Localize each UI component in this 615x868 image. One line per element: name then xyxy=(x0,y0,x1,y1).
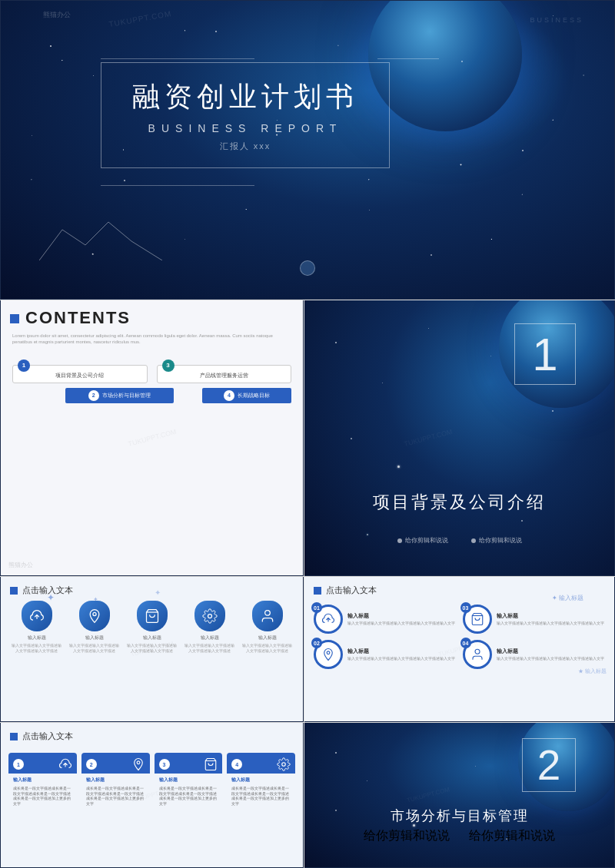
divider-v1 xyxy=(304,300,304,576)
circle-desc-04: 输入文字描述输入文字描述输入文字描述输入文字描述输入文字 xyxy=(497,656,606,661)
bear-logo-hero: 熊猫办公 xyxy=(43,10,71,20)
contents-item-3: 3 产品线管理服务运营 xyxy=(157,365,292,383)
star-deco-r2: ★ 输入标题 xyxy=(578,668,607,675)
dot-circle-decoration xyxy=(300,260,315,276)
tab-gear-icon xyxy=(277,757,291,771)
location-icon-shape xyxy=(79,601,110,631)
item-num-3: 3 xyxy=(162,359,175,372)
circle-shape-03: 03 xyxy=(463,605,492,634)
icon-label-cart: 输入标题 xyxy=(143,634,161,641)
location-icon xyxy=(87,608,102,624)
cloud-upload-icon xyxy=(29,608,45,624)
tab-icon-area-4 xyxy=(245,757,291,771)
num-badge-2: 2 xyxy=(88,390,99,401)
contents-item-4: 4 长期战略目标 xyxy=(202,388,291,403)
hero-title-chinese: 融资创业计划书 xyxy=(132,78,358,116)
slide6-title: 点击输入文本 xyxy=(22,731,73,742)
tab-icon-area-3 xyxy=(173,757,218,771)
person-icon xyxy=(260,608,275,624)
circle-item-02: 02 输入标题 输入文字描述输入文字描述输入文字描述输入文字描述输入文字 xyxy=(314,640,457,669)
tab-card-top-4: 4 xyxy=(227,753,295,774)
icon-desc-person: 输入文字描述输入文字描述输入文字描述输入文字描述 xyxy=(241,643,294,653)
tab-card-top-1: 1 xyxy=(8,753,77,774)
slide-click-right: 点击输入文本 ✦ 输入标题 ★ 输入标题 01 输入标题 输入文字描述输入文字描… xyxy=(304,576,615,722)
divider-h2 xyxy=(0,576,615,577)
bear-logo-contents: 熊猫办公 xyxy=(8,561,33,569)
contents-item-2: 2 市场分析与目标管理 xyxy=(65,388,174,403)
cart-icon xyxy=(145,608,160,624)
slide-bottom-left: 点击输入文本 1 输入标题 成长将是一段文字描述成长将是一段文字描述成长将是一段… xyxy=(0,722,304,868)
num-badge-4: 4 xyxy=(224,390,234,401)
icon-desc-gear: 输入文字描述输入文字描述输入文字描述输入文字描述 xyxy=(183,643,236,653)
tab-card-body-3: 输入标题 成长将是一段文字描述成长将是一段文字描述成长将是一段文字描述成长将是一… xyxy=(155,774,223,820)
circle-item-03: 03 输入标题 输入文字描述输入文字描述输入文字描述输入文字描述输入文字 xyxy=(463,605,606,634)
tab-cart-icon xyxy=(204,757,218,771)
circle-label-04: 输入标题 xyxy=(497,648,606,655)
contents-description: Lorem ipsum dolor sit amet, consectetur … xyxy=(1,333,303,353)
circle-item-04: 04 输入标题 输入文字描述输入文字描述输入文字描述输入文字描述输入文字 xyxy=(463,640,606,669)
tab-num-3: 3 xyxy=(159,759,170,770)
market-bullet-text-1: 给你剪辑和说说 xyxy=(364,828,450,844)
hero-content-box: 融资创业计划书 BUSINESS REPORT 汇报人 xxx xyxy=(101,62,390,168)
icon-desc-cloud: 输入文字描述输入文字描述输入文字描述输入文字描述 xyxy=(10,643,63,653)
tab-num-1: 1 xyxy=(13,759,24,770)
icon-label-location: 输入标题 xyxy=(85,634,104,641)
tab-label-1: 输入标题 xyxy=(13,777,72,784)
circle-label-03: 输入标题 xyxy=(497,612,606,620)
slide6-header: 点击输入文本 xyxy=(1,723,303,747)
icon-card-cloud: 输入标题 输入文字描述输入文字描述输入文字描述输入文字描述 xyxy=(10,601,63,653)
svg-point-2 xyxy=(208,615,211,618)
tab-icon-area-1 xyxy=(27,757,72,771)
tab-num-2: 2 xyxy=(86,759,97,770)
market-bullet-text-2: 给你剪辑和说说 xyxy=(469,828,555,844)
tab-card-body-4: 输入标题 成长将是一段文字描述成长将是一段文字描述成长将是一段文字描述成长将是一… xyxy=(227,774,295,820)
item-label-2: 市场分析与目标管理 xyxy=(102,392,151,399)
market-bullet-2: 给你剪辑和说说 xyxy=(469,828,555,844)
item-num-1: 1 xyxy=(18,359,30,372)
contents-row-1: 1 项目背景及公司介绍 3 产品线管理服务运营 xyxy=(12,357,291,383)
item-text-1: 项目背景及公司介绍 xyxy=(21,372,139,379)
icon-card-person: 输入标题 输入文字描述输入文字描述输入文字描述输入文字描述 xyxy=(241,601,294,653)
bullet-text-1: 给你剪辑和说说 xyxy=(405,536,448,545)
contents-title: CONTENTS xyxy=(25,308,131,328)
line-right xyxy=(377,58,439,59)
slide5-items: 01 输入标题 输入文字描述输入文字描述输入文字描述输入文字描述输入文字 03 xyxy=(304,601,614,673)
divider-v2 xyxy=(304,576,304,868)
slide4-header: 点击输入文本 xyxy=(1,577,303,601)
tab-label-3: 输入标题 xyxy=(159,777,218,784)
icon-desc-location: 输入文字描述输入文字描述输入文字描述输入文字描述 xyxy=(68,643,121,653)
line-top xyxy=(101,58,254,59)
tab-location-icon xyxy=(131,757,145,771)
svg-point-0 xyxy=(92,612,95,615)
svg-point-9 xyxy=(282,763,286,767)
tab-num-4: 4 xyxy=(231,759,242,770)
tab-card-body-1: 输入标题 成长将是一段文字描述成长将是一段文字描述成长将是一段文字描述成长将是一… xyxy=(8,774,77,820)
tab-card-2: 2 输入标题 成长将是一段文字描述成长将是一段文字描述成长将是一段文字描述成长将… xyxy=(81,753,150,820)
tab-desc-4: 成长将是一段文字描述成长将是一段文字描述成长将是一段文字描述成长将是一段文字描述… xyxy=(231,786,291,806)
hero-title-english: BUSINESS REPORT xyxy=(132,122,358,134)
gear-icon xyxy=(202,608,218,624)
item-label-4: 长期战略目标 xyxy=(238,392,270,399)
cart-icon-shape xyxy=(137,601,168,631)
bullet-dot-2 xyxy=(471,538,476,543)
circle-person-icon xyxy=(470,648,484,661)
slide-number-1: 1 xyxy=(514,323,576,385)
watermark-contents: TUKUPPT.COM xyxy=(127,428,177,448)
slide5-square-icon xyxy=(314,587,321,595)
circle-shape-01: 01 xyxy=(314,605,343,634)
circle-num-03: 03 xyxy=(460,602,471,613)
svg-point-5 xyxy=(327,651,330,654)
item-text-3: 产品线管理服务运营 xyxy=(165,372,284,379)
bullet-2: 给你剪辑和说说 xyxy=(471,536,522,545)
market-bullets: 给你剪辑和说说 给你剪辑和说说 xyxy=(304,828,614,844)
slide-market-analysis: 2 市场分析与目标管理 给你剪辑和说说 给你剪辑和说说 TUKUPPT.COM xyxy=(304,722,615,868)
icon-card-gear: 输入标题 输入文字描述输入文字描述输入文字描述输入文字描述 xyxy=(183,601,236,653)
hero-reporter: 汇报人 xxx xyxy=(132,141,358,152)
circle-content-03: 输入标题 输入文字描述输入文字描述输入文字描述输入文字描述输入文字 xyxy=(497,612,606,626)
svg-point-7 xyxy=(137,761,140,764)
slide6-square-icon xyxy=(10,733,18,740)
icon-card-location: 输入标题 输入文字描述输入文字描述输入文字描述输入文字描述 xyxy=(68,601,121,653)
circle-num-02: 02 xyxy=(311,638,322,648)
bullet-text-2: 给你剪辑和说说 xyxy=(479,536,522,545)
icon-label-person: 输入标题 xyxy=(258,634,277,641)
